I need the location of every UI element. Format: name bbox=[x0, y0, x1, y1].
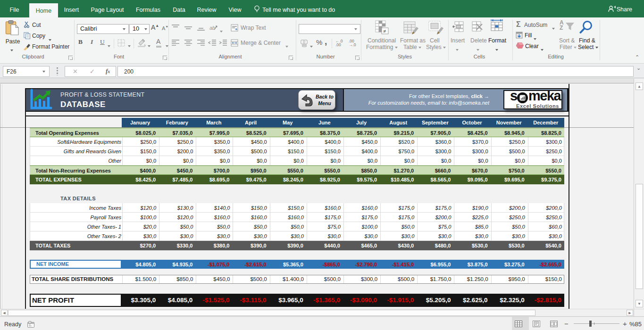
svg-text:≠: ≠ bbox=[383, 28, 386, 34]
